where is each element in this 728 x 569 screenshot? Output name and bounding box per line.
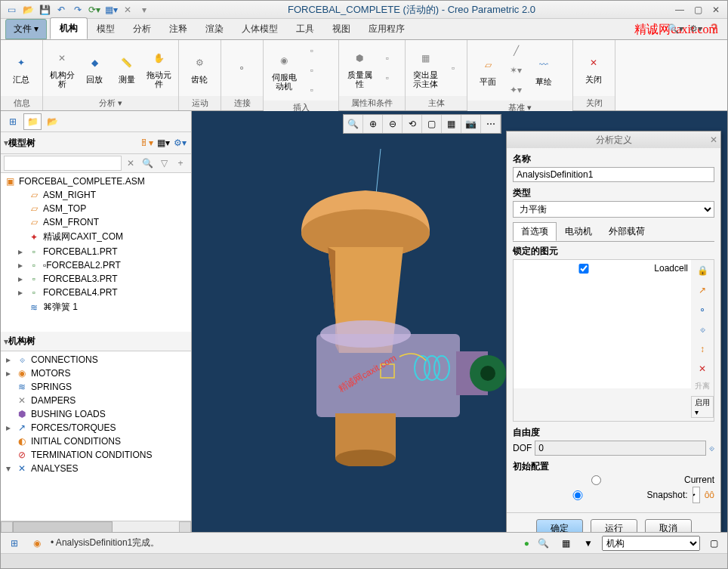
datum-point[interactable]: ✶▾: [507, 61, 525, 79]
status-geom-icon[interactable]: ▢: [705, 535, 723, 552]
side-tab-1[interactable]: ⊞: [4, 113, 22, 130]
selection-filter[interactable]: 机构: [602, 536, 700, 551]
locked-item[interactable]: Loadcell: [517, 263, 688, 274]
refit-icon[interactable]: ⟲: [403, 115, 422, 133]
close-doc-icon[interactable]: ✕: [120, 2, 135, 17]
insert-sm3[interactable]: ▫: [303, 81, 321, 99]
tab-ext-loads[interactable]: 外部载荷: [600, 222, 653, 241]
shade-icon[interactable]: ▢: [422, 115, 442, 133]
tab-analysis[interactable]: 分析: [124, 19, 160, 39]
lock-tool-2[interactable]: ↗: [695, 283, 710, 298]
tree-item[interactable]: ✕DAMPERS: [2, 394, 190, 407]
tab-apps[interactable]: 应用程序: [359, 19, 414, 39]
highlight-body-button[interactable]: ▦突出显示主体: [410, 46, 441, 90]
mass-props-button[interactable]: ⬢质量属性: [344, 46, 375, 90]
cfg-current-radio[interactable]: [513, 475, 680, 485]
measure-button[interactable]: 📏测量: [113, 51, 142, 85]
tree-item[interactable]: ▱ASM_RIGHT: [2, 188, 190, 202]
snapshot-icon[interactable]: ôô: [705, 490, 714, 500]
tree-item[interactable]: ▾✕ANALYSES: [2, 462, 190, 475]
enable-dropdown[interactable]: 启用 ▾: [691, 396, 714, 418]
lock-tool-delete[interactable]: ✕: [695, 361, 710, 376]
tab-annotate[interactable]: 注释: [160, 19, 196, 39]
scroll-left[interactable]: [1, 521, 13, 533]
tree-item[interactable]: ▸↗FORCES/TORQUES: [2, 421, 190, 434]
scroll-right[interactable]: [179, 521, 191, 533]
settings-icon[interactable]: ⚙▾: [689, 23, 702, 34]
redo-icon[interactable]: ↷: [70, 2, 85, 17]
new-icon[interactable]: ▭: [4, 2, 19, 17]
undo-icon[interactable]: ↶: [54, 2, 69, 17]
tree-tool-3[interactable]: ⚙▾: [171, 135, 188, 150]
prop-sm1[interactable]: ▫: [378, 49, 396, 67]
drag-button[interactable]: ✋拖动元件: [144, 46, 174, 90]
dialog-close-icon[interactable]: ✕: [710, 135, 717, 145]
lock-tool-4[interactable]: ⟐: [695, 322, 710, 337]
lock-tool-5[interactable]: ↕: [695, 342, 710, 357]
window-icon[interactable]: ▦▾: [103, 2, 119, 17]
body-sm1[interactable]: ▫: [444, 59, 462, 77]
saved-view-icon[interactable]: 📷: [461, 115, 481, 133]
servomotor-button[interactable]: ◉伺服电动机: [268, 48, 300, 92]
minimize-button[interactable]: —: [671, 3, 688, 17]
tree-tool-1[interactable]: 🎚▾: [138, 135, 155, 150]
dialog-titlebar[interactable]: 分析定义 ✕: [507, 131, 720, 148]
tab-tools[interactable]: 工具: [287, 19, 323, 39]
tree-item[interactable]: ◐INITIAL CONDITIONS: [2, 434, 190, 448]
name-input[interactable]: [513, 167, 714, 182]
zoom-out-icon[interactable]: ⊖: [383, 115, 403, 133]
tree-search-find[interactable]: 🔍: [140, 156, 155, 171]
status-find-icon[interactable]: 🔍: [534, 535, 552, 552]
help-icon[interactable]: ❓: [708, 23, 720, 34]
snapshot-select[interactable]: Locked: [693, 487, 700, 503]
status-filter-icon[interactable]: ▼: [579, 535, 597, 552]
scroll-thumb[interactable]: [13, 521, 113, 533]
playback-button[interactable]: ◆回放: [80, 51, 110, 85]
mech-analysis-button[interactable]: ✕机构分析: [48, 46, 77, 90]
tree-item[interactable]: ▸▫FORCEBAL1.PRT: [2, 245, 190, 258]
tree-item[interactable]: ✦精诚网CAXIT_COM: [2, 229, 190, 245]
tree-item[interactable]: ⬢BUSHING LOADS: [2, 407, 190, 421]
tab-view[interactable]: 视图: [323, 19, 359, 39]
regen-icon[interactable]: ⟳▾: [87, 2, 102, 17]
cfg-snapshot-radio[interactable]: [513, 490, 643, 500]
status-icon-1[interactable]: ⊞: [5, 535, 23, 552]
tree-item[interactable]: ▸◉MOTORS: [2, 366, 190, 380]
tree-item[interactable]: ▸▫▫FORCEBAL2.PRT: [2, 258, 190, 272]
close-window-button[interactable]: ✕: [708, 3, 724, 17]
datum-csys[interactable]: ✦▾: [507, 81, 525, 99]
tree-search-input[interactable]: [4, 156, 122, 171]
dof-input[interactable]: [535, 441, 706, 456]
sketch-button[interactable]: 〰草绘: [528, 53, 560, 88]
open-icon[interactable]: 📂: [20, 2, 35, 17]
tab-preferences[interactable]: 首选项: [513, 222, 557, 241]
view-style-icon[interactable]: ▦: [442, 115, 461, 133]
tree-scrollbar[interactable]: [1, 521, 191, 533]
tree-filter[interactable]: ▽: [156, 156, 171, 171]
tree-plus[interactable]: +: [173, 156, 188, 171]
lock-tool-3[interactable]: ⚬: [695, 302, 710, 317]
search-help-icon[interactable]: 🔍▾: [668, 23, 683, 34]
insert-sm1[interactable]: ▫: [303, 42, 321, 60]
dof-calc-icon[interactable]: ⟐: [709, 443, 714, 453]
prop-sm2[interactable]: ▫: [378, 69, 396, 87]
tree-item[interactable]: ▸▫FORCEBAL3.PRT: [2, 272, 190, 286]
file-menu-button[interactable]: 文件 ▾: [5, 19, 47, 39]
tab-render[interactable]: 渲染: [196, 19, 233, 39]
tree-item[interactable]: ▸▫FORCEBAL4.PRT: [2, 286, 190, 299]
tree-item[interactable]: ▱ASM_FRONT: [2, 215, 190, 229]
close-button[interactable]: ✕关闭: [578, 51, 609, 85]
type-select[interactable]: 力平衡: [513, 201, 714, 218]
datum-axis[interactable]: ╱: [507, 42, 525, 60]
side-tab-2[interactable]: 📁: [23, 113, 42, 130]
status-icon-2[interactable]: ◉: [28, 535, 46, 552]
tab-manikin[interactable]: 人体模型: [233, 19, 287, 39]
mechanism-tree[interactable]: ▸⟐CONNECTIONS ▸◉MOTORS ≋SPRINGS ✕DAMPERS…: [1, 351, 191, 521]
insert-sm2[interactable]: ▫: [303, 61, 321, 79]
status-sel-icon[interactable]: ▦: [557, 535, 575, 552]
save-icon[interactable]: 💾: [37, 2, 52, 17]
tree-root[interactable]: ▣FORCEBAL_COMPLETE.ASM: [2, 175, 190, 188]
tab-model[interactable]: 模型: [88, 19, 124, 39]
summary-button[interactable]: ✦汇总: [5, 51, 37, 85]
zoom-in-icon[interactable]: ⊕: [363, 115, 383, 133]
